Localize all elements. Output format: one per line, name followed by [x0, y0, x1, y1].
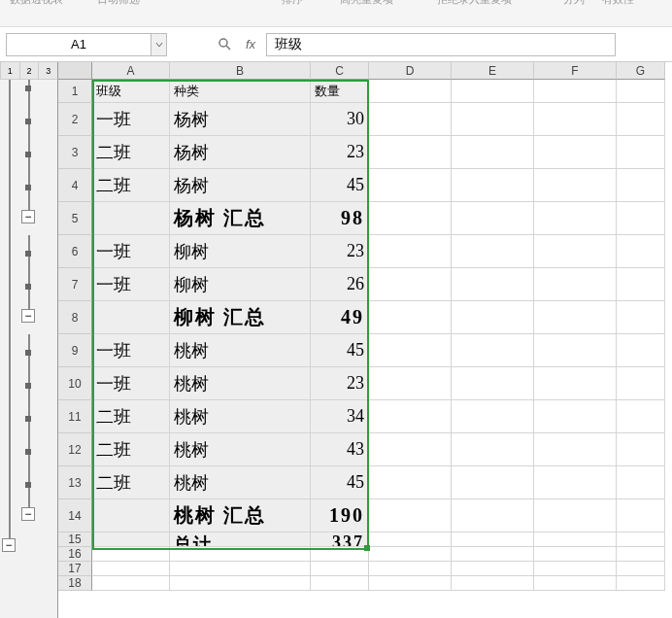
cell[interactable]	[369, 466, 452, 499]
cell[interactable]	[369, 532, 452, 547]
cell[interactable]	[617, 103, 665, 136]
outline-level-2[interactable]: 2	[19, 62, 39, 79]
cell[interactable]	[369, 562, 452, 576]
cell[interactable]	[369, 367, 452, 400]
cell[interactable]	[617, 301, 665, 334]
cell[interactable]: 桃树 汇总	[170, 499, 311, 532]
cell[interactable]	[92, 547, 170, 562]
cell[interactable]	[369, 169, 452, 202]
cell[interactable]	[534, 576, 617, 591]
outline-collapse-button[interactable]: −	[21, 210, 35, 223]
ribbon-item[interactable]: 日动筛选	[97, 0, 140, 7]
row-header[interactable]: 17	[58, 562, 92, 576]
cell[interactable]: 桃树	[170, 367, 311, 400]
cell[interactable]	[534, 433, 617, 466]
cell[interactable]	[369, 136, 452, 169]
ribbon-item[interactable]: 有效性	[602, 0, 634, 7]
column-header-C[interactable]: C	[311, 62, 369, 80]
name-box-dropdown[interactable]	[151, 33, 167, 56]
ribbon-item[interactable]: 高亮重复项	[340, 0, 393, 7]
cell[interactable]	[534, 268, 617, 301]
row-header[interactable]: 7	[58, 268, 92, 301]
row-header[interactable]: 15	[58, 532, 92, 547]
cell[interactable]	[452, 103, 534, 136]
cell[interactable]	[617, 466, 665, 499]
cell[interactable]: 43	[311, 433, 369, 466]
cell[interactable]	[617, 433, 665, 466]
cell[interactable]: 桃树	[170, 466, 311, 499]
cell[interactable]	[369, 202, 452, 235]
cell[interactable]	[369, 334, 452, 367]
cell[interactable]: 二班	[92, 400, 170, 433]
cell[interactable]	[534, 202, 617, 235]
cell[interactable]	[369, 235, 452, 268]
cell[interactable]	[534, 547, 617, 562]
cell[interactable]: 98	[311, 202, 369, 235]
cell[interactable]: 桃树	[170, 334, 311, 367]
ribbon-item[interactable]: 数据透视表	[10, 0, 63, 7]
cell[interactable]	[617, 576, 665, 591]
outline-level-3[interactable]: 3	[38, 62, 57, 79]
row-header[interactable]: 8	[58, 301, 92, 334]
row-header[interactable]: 14	[58, 499, 92, 532]
cell[interactable]: 23	[311, 367, 369, 400]
cell[interactable]	[534, 235, 617, 268]
cell[interactable]	[617, 202, 665, 235]
cell[interactable]: 杨树 汇总	[170, 202, 311, 235]
cell[interactable]	[534, 466, 617, 499]
row-header[interactable]: 1	[58, 80, 92, 103]
cell[interactable]: 34	[311, 400, 369, 433]
cell[interactable]	[534, 367, 617, 400]
cell[interactable]	[369, 103, 452, 136]
cell[interactable]	[617, 400, 665, 433]
zoom-icon[interactable]	[216, 35, 235, 54]
row-header[interactable]: 9	[58, 334, 92, 367]
row-header[interactable]: 11	[58, 400, 92, 433]
cell[interactable]: 49	[311, 301, 369, 334]
cell[interactable]	[369, 547, 452, 562]
cell[interactable]	[170, 576, 311, 591]
cell[interactable]	[452, 80, 534, 103]
cell[interactable]	[452, 562, 534, 576]
cell[interactable]	[369, 499, 452, 532]
cell[interactable]	[369, 433, 452, 466]
row-header[interactable]: 4	[58, 169, 92, 202]
cell[interactable]: 种类	[170, 80, 311, 103]
cell[interactable]	[92, 499, 170, 532]
cell[interactable]	[452, 499, 534, 532]
cell[interactable]: 一班	[92, 367, 170, 400]
cell[interactable]: 26	[311, 268, 369, 301]
cell[interactable]: 二班	[92, 433, 170, 466]
column-header-A[interactable]: A	[92, 62, 170, 80]
cell[interactable]	[452, 268, 534, 301]
cell[interactable]: 班级	[92, 80, 170, 103]
cell[interactable]	[311, 576, 369, 591]
column-header-G[interactable]: G	[617, 62, 665, 80]
column-header-F[interactable]: F	[534, 62, 617, 80]
cell[interactable]: 柳树	[170, 268, 311, 301]
cell[interactable]: 45	[311, 334, 369, 367]
row-header[interactable]: 18	[58, 576, 92, 591]
cell[interactable]	[534, 532, 617, 547]
cell[interactable]	[170, 547, 311, 562]
outline-collapse-button[interactable]: −	[21, 309, 35, 323]
cell[interactable]	[452, 136, 534, 169]
cell[interactable]	[452, 367, 534, 400]
cell[interactable]	[617, 367, 665, 400]
cell[interactable]	[534, 334, 617, 367]
cell-grid[interactable]: 班级种类数量一班杨树30二班杨树23二班杨树45杨树 汇总98一班柳树23一班柳…	[92, 80, 665, 591]
row-header[interactable]: 12	[58, 433, 92, 466]
cell[interactable]	[617, 562, 665, 576]
ribbon-item[interactable]: 分列	[563, 0, 585, 7]
cell[interactable]: 二班	[92, 136, 170, 169]
cell[interactable]: 二班	[92, 466, 170, 499]
cell[interactable]	[617, 136, 665, 169]
cell[interactable]: 190	[311, 499, 369, 532]
column-header-B[interactable]: B	[170, 62, 311, 80]
cell[interactable]: 杨树	[170, 103, 311, 136]
cell[interactable]	[534, 562, 617, 576]
row-header[interactable]: 13	[58, 466, 92, 499]
cell[interactable]	[369, 301, 452, 334]
cell[interactable]: 23	[311, 235, 369, 268]
cell[interactable]	[311, 547, 369, 562]
